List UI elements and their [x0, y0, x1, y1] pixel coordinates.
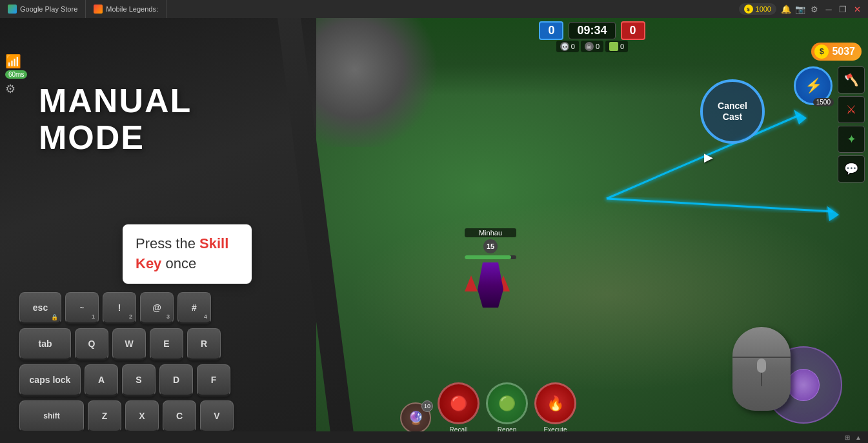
- key-x[interactable]: X: [125, 400, 159, 433]
- item-countdown: 10: [421, 400, 433, 412]
- item-with-countdown: 🔮 10: [400, 402, 431, 433]
- notification-icon[interactable]: 🔔: [782, 5, 791, 14]
- key-v[interactable]: V: [200, 400, 234, 433]
- coin-amount: 1000: [756, 5, 771, 13]
- active-skill-icon[interactable]: ⚡ 1500: [794, 66, 833, 105]
- skill-buttons: 🔮 10 🔴 Recall 🟢 Regen 🔥: [400, 382, 576, 433]
- bottom-bar: ⊞ ▲: [0, 431, 868, 443]
- stat-towers: 0: [605, 41, 628, 52]
- key-s[interactable]: S: [122, 364, 156, 397]
- tooltip-plain-text: Press the: [136, 235, 199, 251]
- skill-cost: 1500: [813, 98, 834, 106]
- mouse-body: [732, 327, 791, 411]
- keyboard-area: esc 🔒 ~ 1 ! 2 @ 3 # 4: [0, 279, 316, 443]
- tab-ml[interactable]: Mobile Legends:: [86, 0, 167, 18]
- character-silhouette: [478, 262, 503, 308]
- key-1[interactable]: ! 2: [103, 292, 136, 324]
- cancel-cast-button[interactable]: CancelCast: [700, 79, 765, 144]
- key-q[interactable]: Q: [75, 328, 108, 360]
- character-body: [474, 262, 507, 314]
- game-cursor: ▶: [704, 150, 713, 164]
- key-e[interactable]: E: [150, 328, 183, 360]
- coin-display: $ 1000: [739, 3, 776, 15]
- regen-circle: 🟢: [486, 382, 528, 424]
- titlebar: Google Play Store Mobile Legends: $ 1000…: [0, 0, 868, 18]
- item-slot-4[interactable]: 💬: [838, 155, 865, 182]
- keyboard-row-2: caps lock A S D F: [19, 364, 297, 397]
- death-icon: ☠: [585, 42, 594, 51]
- skill-icon-top: ⚡ 1500: [794, 66, 833, 105]
- key-d[interactable]: D: [159, 364, 193, 397]
- key-r[interactable]: R: [187, 328, 221, 360]
- mouse: [732, 327, 791, 411]
- restore-icon[interactable]: ❐: [838, 5, 847, 14]
- skill-execute[interactable]: 🔥 Execute: [534, 382, 576, 433]
- settings-gear-icon[interactable]: ⚙: [5, 82, 27, 96]
- skill-recall[interactable]: 🔴 Recall: [438, 382, 479, 433]
- left-panel: 📶 60ms ⚙ MANUAL MODE Press the SkillKey …: [0, 18, 316, 443]
- network-info: 📶 60ms ⚙: [5, 54, 27, 96]
- key-z[interactable]: Z: [88, 400, 121, 433]
- ml-icon: [94, 5, 103, 14]
- game-hud: 0 09:34 0: [316, 21, 868, 40]
- stat-towers-val: 0: [620, 43, 624, 50]
- recall-circle: 🔴: [438, 382, 479, 424]
- ml-tab-label: Mobile Legends:: [106, 5, 158, 13]
- tab-gplay[interactable]: Google Play Store: [0, 0, 86, 18]
- key-caps[interactable]: caps lock: [19, 364, 81, 397]
- ping-badge: 60ms: [5, 70, 27, 79]
- titlebar-controls: $ 1000 🔔 📷 ⚙ ─ ❐ ✕: [732, 3, 868, 15]
- tower-icon: [609, 42, 618, 51]
- score-red: 0: [621, 21, 645, 40]
- item-slot-2[interactable]: ⚔: [838, 96, 865, 123]
- bottom-icon-1: ⊞: [845, 434, 850, 441]
- gold-amount: 5037: [832, 46, 855, 57]
- camera-icon[interactable]: 📷: [796, 5, 805, 14]
- right-items-bar: 🪓 ⚔ ✦ 💬: [838, 66, 865, 182]
- bottom-icon-2: ▲: [855, 434, 862, 441]
- keyboard-row-0: esc 🔒 ~ 1 ! 2 @ 3 # 4: [19, 292, 297, 324]
- skill-regen[interactable]: 🟢 Regen: [486, 382, 528, 433]
- item-slot-3[interactable]: ✦: [838, 126, 865, 153]
- item-slot-1[interactable]: 🪓: [838, 66, 865, 94]
- score-box: 0 09:34 0: [539, 21, 645, 40]
- skull-icon: 💀: [560, 42, 569, 51]
- key-tilde[interactable]: ~ 1: [65, 292, 99, 324]
- coin-icon: $: [744, 5, 753, 14]
- minimize-icon[interactable]: ─: [824, 5, 833, 14]
- item-circle[interactable]: 🔮 10: [400, 402, 431, 433]
- skill-tooltip-text: Press the SkillKey once: [136, 234, 239, 274]
- stats-bar: 💀 0 ☠ 0 0: [316, 41, 868, 52]
- cancel-cast-circle: CancelCast: [700, 79, 765, 144]
- mouse-divider: [732, 357, 791, 358]
- key-c[interactable]: C: [163, 400, 196, 433]
- close-icon[interactable]: ✕: [853, 5, 862, 14]
- key-tab[interactable]: tab: [19, 328, 71, 360]
- key-w[interactable]: W: [112, 328, 146, 360]
- execute-circle: 🔥: [534, 382, 576, 424]
- key-a[interactable]: A: [85, 364, 118, 397]
- gold-icon: $: [814, 44, 829, 59]
- key-esc[interactable]: esc 🔒: [19, 292, 61, 324]
- gold-display: $ 5037: [811, 43, 862, 61]
- key-3[interactable]: # 4: [177, 292, 211, 324]
- score-blue: 0: [539, 21, 563, 40]
- key-f[interactable]: F: [197, 364, 230, 397]
- keyboard-row-3: shift Z X C V: [19, 400, 297, 433]
- stat-deaths-val: 0: [596, 43, 600, 50]
- stat-deaths: ☠ 0: [581, 41, 603, 52]
- titlebar-tabs: Google Play Store Mobile Legends:: [0, 0, 732, 18]
- main-content: 📶 60ms ⚙ MANUAL MODE Press the SkillKey …: [0, 18, 868, 443]
- lock-icon: 🔒: [51, 314, 58, 320]
- wing-left: [465, 275, 478, 291]
- settings-icon[interactable]: ⚙: [810, 5, 819, 14]
- skill-tooltip: Press the SkillKey once: [123, 224, 252, 284]
- character: Minhau 15: [465, 228, 516, 314]
- character-name: Minhau: [465, 228, 516, 237]
- character-hp-bar: [465, 255, 516, 259]
- key-shift[interactable]: shift: [19, 400, 84, 433]
- character-level: 15: [483, 239, 498, 253]
- cancel-cast-label: CancelCast: [718, 101, 747, 123]
- key-2[interactable]: @ 3: [140, 292, 174, 324]
- stat-kills-val: 0: [571, 43, 575, 50]
